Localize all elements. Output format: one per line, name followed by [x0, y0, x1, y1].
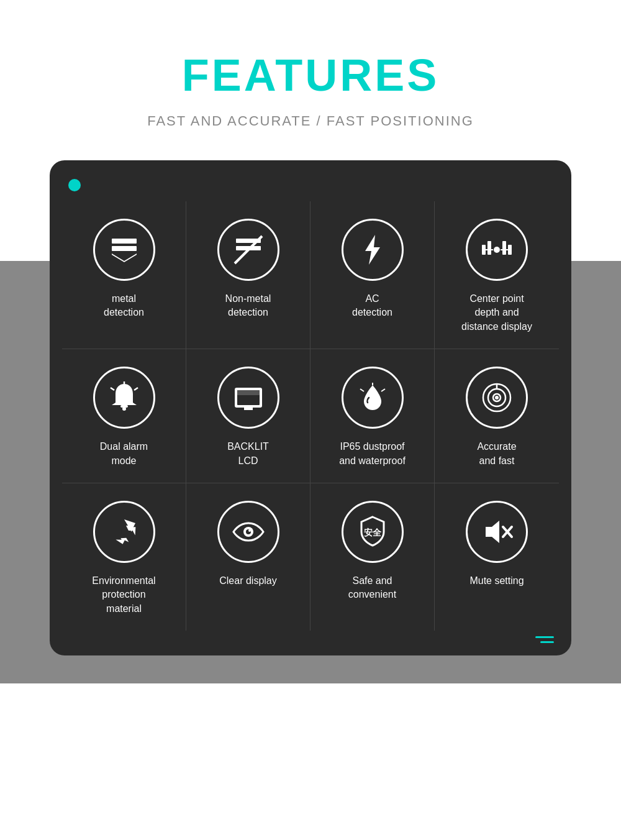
ip65-label: IP65 dustproofand waterproof: [339, 440, 406, 468]
svg-point-9: [494, 247, 500, 253]
svg-marker-6: [365, 235, 380, 265]
accurate-fast-icon-circle: [466, 367, 528, 429]
page-title: FEATURES: [182, 50, 440, 101]
features-grid: metaldetection Non-metaldetection: [62, 201, 559, 631]
feature-clear-display: Clear display: [186, 483, 310, 631]
feature-non-metal-detection: Non-metaldetection: [186, 201, 310, 349]
feature-dual-alarm: Dual alarmmode: [62, 349, 186, 483]
metal-detection-label: metaldetection: [104, 292, 144, 320]
svg-point-29: [495, 396, 499, 399]
svg-rect-0: [112, 239, 137, 244]
svg-rect-22: [244, 408, 253, 410]
ac-detection-icon: [355, 232, 390, 267]
feature-accurate-fast: Accurateand fast: [435, 349, 559, 483]
safe-convenient-label: Safe andconvenient: [348, 574, 396, 602]
ac-detection-icon-circle: [342, 219, 404, 281]
center-point-icon-circle: [466, 219, 528, 281]
svg-text:安全: 安全: [363, 527, 382, 537]
center-point-icon: [479, 232, 514, 267]
svg-rect-8: [487, 241, 491, 255]
feature-safe-convenient: 安全 Safe andconvenient: [310, 483, 435, 631]
metal-detection-icon-circle: [93, 219, 155, 281]
feature-backlit-lcd: BACKLITLCD: [186, 349, 310, 483]
card-dot: [68, 179, 81, 191]
svg-line-23: [360, 389, 364, 391]
non-metal-detection-icon: [231, 232, 266, 267]
feature-environmental: Environmentalprotectionmaterial: [62, 483, 186, 631]
accurate-fast-label: Accurateand fast: [477, 440, 516, 468]
backlit-lcd-icon: [231, 380, 266, 415]
ip65-icon-circle: [342, 367, 404, 429]
feature-ac-detection: ACdetection: [310, 201, 435, 349]
svg-line-24: [381, 389, 385, 391]
dual-alarm-label: Dual alarmmode: [100, 440, 148, 468]
page-subtitle: FAST AND ACCURATE / FAST POSITIONING: [147, 113, 474, 129]
mute-setting-icon: [479, 514, 514, 549]
environmental-icon-circle: [93, 501, 155, 563]
metal-detection-icon: [107, 232, 142, 267]
menu-line-2: [540, 641, 554, 643]
clear-display-label: Clear display: [219, 574, 276, 588]
mute-setting-label: Mute setting: [469, 574, 524, 588]
ip65-icon: [355, 380, 390, 415]
svg-rect-1: [112, 246, 137, 251]
feature-mute-setting: Mute setting: [435, 483, 559, 631]
accurate-fast-icon: [479, 380, 514, 415]
svg-line-16: [111, 388, 114, 390]
card-menu: [535, 636, 554, 643]
clear-display-icon: [231, 514, 266, 549]
svg-point-31: [121, 529, 127, 535]
environmental-label: Environmentalprotectionmaterial: [92, 574, 155, 616]
backlit-lcd-label: BACKLITLCD: [227, 440, 269, 468]
safe-convenient-icon: 安全: [355, 514, 390, 549]
environmental-icon: [107, 514, 142, 549]
feature-metal-detection: metaldetection: [62, 201, 186, 349]
svg-rect-10: [502, 241, 506, 255]
backlit-lcd-icon-circle: [217, 367, 279, 429]
non-metal-detection-label: Non-metaldetection: [225, 292, 271, 320]
non-metal-detection-icon-circle: [217, 219, 279, 281]
svg-marker-2: [112, 253, 137, 262]
mute-setting-icon-circle: [466, 501, 528, 563]
features-card: metaldetection Non-metaldetection: [50, 160, 571, 655]
clear-display-icon-circle: [217, 501, 279, 563]
svg-point-34: [248, 529, 251, 532]
page-wrapper: FEATURES FAST AND ACCURATE / FAST POSITI…: [0, 0, 621, 840]
menu-line-1: [535, 636, 554, 638]
feature-ip65: IP65 dustproofand waterproof: [310, 349, 435, 483]
svg-line-17: [134, 388, 138, 390]
svg-point-15: [122, 407, 126, 411]
safe-convenient-icon-circle: 安全: [342, 501, 404, 563]
ac-detection-label: ACdetection: [352, 292, 392, 320]
svg-rect-21: [237, 390, 260, 395]
dual-alarm-icon-circle: [93, 367, 155, 429]
dual-alarm-icon: [107, 380, 142, 415]
feature-center-point: Center pointdepth anddistance display: [435, 201, 559, 349]
center-point-label: Center pointdepth anddistance display: [461, 292, 532, 334]
